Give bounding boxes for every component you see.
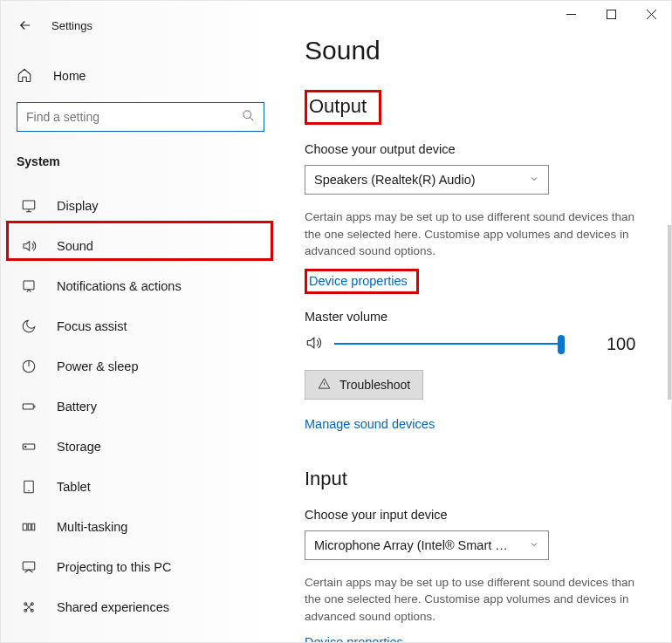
tablet-icon xyxy=(20,479,38,495)
svg-rect-13 xyxy=(607,10,615,18)
sidebar-item-multitasking[interactable]: Multi-tasking xyxy=(1,507,280,547)
search-input-wrap[interactable] xyxy=(17,102,264,132)
troubleshoot-button[interactable]: Troubleshoot xyxy=(305,370,423,400)
sidebar-item-tablet[interactable]: Tablet xyxy=(1,467,280,507)
sidebar-item-shared-experiences[interactable]: Shared experiences xyxy=(1,587,280,627)
sidebar-item-label: Projecting to this PC xyxy=(57,560,171,574)
master-volume-value: 100 xyxy=(607,334,635,354)
volume-icon[interactable] xyxy=(305,334,326,354)
input-device-dropdown[interactable]: Microphone Array (Intel® Smart So... xyxy=(305,530,549,560)
output-device-selected: Speakers (Realtek(R) Audio) xyxy=(314,173,476,187)
shared-experiences-icon xyxy=(20,599,38,615)
multitasking-icon xyxy=(20,519,38,535)
sidebar-item-label: Display xyxy=(57,199,99,213)
sidebar-item-label: Focus assist xyxy=(57,319,127,333)
annotation-device-props-highlight: Device properties xyxy=(305,269,419,294)
sidebar-item-projecting[interactable]: Projecting to this PC xyxy=(1,547,280,587)
input-note: Certain apps may be set up to use differ… xyxy=(305,574,647,626)
scrollbar[interactable] xyxy=(668,225,671,400)
master-volume-label: Master volume xyxy=(305,310,647,324)
svg-rect-4 xyxy=(23,404,33,409)
search-input[interactable] xyxy=(26,110,242,124)
sidebar-item-power-sleep[interactable]: Power & sleep xyxy=(1,346,280,386)
notifications-icon xyxy=(20,278,38,294)
input-choose-label: Choose your input device xyxy=(305,508,647,522)
sound-icon xyxy=(20,238,38,254)
battery-icon xyxy=(20,399,38,414)
warning-icon xyxy=(318,377,331,393)
svg-point-6 xyxy=(25,446,27,448)
output-choose-label: Choose your output device xyxy=(305,142,647,156)
minimize-button[interactable] xyxy=(551,1,591,27)
sidebar: Settings Home System Display xyxy=(1,1,280,642)
sidebar-item-storage[interactable]: Storage xyxy=(1,427,280,467)
input-device-properties-link[interactable]: Device properties xyxy=(305,635,403,642)
annotation-output-highlight: Output xyxy=(305,90,381,125)
chevron-down-icon xyxy=(529,538,539,552)
nav-list: Display Sound Notifications & actions Fo… xyxy=(1,186,280,627)
home-icon xyxy=(17,67,36,86)
output-heading: Output xyxy=(309,95,367,118)
svg-rect-2 xyxy=(24,281,34,290)
storage-icon xyxy=(20,439,38,455)
maximize-button[interactable] xyxy=(591,1,631,27)
sidebar-item-display[interactable]: Display xyxy=(1,186,280,226)
focus-assist-icon xyxy=(20,318,38,334)
svg-point-0 xyxy=(243,111,251,119)
sidebar-item-label: Battery xyxy=(57,400,97,414)
close-button[interactable] xyxy=(631,1,671,27)
section-label: System xyxy=(1,132,280,177)
master-volume-slider[interactable] xyxy=(334,335,561,352)
sidebar-item-notifications[interactable]: Notifications & actions xyxy=(1,266,280,306)
sidebar-item-sound[interactable]: Sound xyxy=(1,226,280,266)
sidebar-item-label: Tablet xyxy=(57,480,91,494)
home-button[interactable]: Home xyxy=(1,58,280,93)
output-note: Certain apps may be set up to use differ… xyxy=(305,209,647,260)
output-device-properties-link[interactable]: Device properties xyxy=(309,274,408,288)
search-icon xyxy=(242,109,255,125)
sidebar-item-label: Power & sleep xyxy=(57,359,139,373)
page-title: Sound xyxy=(305,36,647,65)
back-button[interactable] xyxy=(11,11,39,39)
projecting-icon xyxy=(20,559,38,575)
sidebar-item-label: Shared experiences xyxy=(57,600,169,614)
sidebar-item-battery[interactable]: Battery xyxy=(1,386,280,427)
svg-rect-1 xyxy=(23,201,35,209)
troubleshoot-label: Troubleshoot xyxy=(339,378,410,392)
sidebar-item-focus-assist[interactable]: Focus assist xyxy=(1,306,280,346)
home-label: Home xyxy=(53,69,86,83)
sidebar-item-label: Storage xyxy=(57,440,101,454)
sidebar-item-label: Notifications & actions xyxy=(57,279,182,293)
display-icon xyxy=(20,198,38,214)
window-controls xyxy=(551,1,671,27)
svg-rect-8 xyxy=(23,562,35,570)
sidebar-item-label: Sound xyxy=(57,239,93,253)
output-device-dropdown[interactable]: Speakers (Realtek(R) Audio) xyxy=(305,165,549,195)
input-device-selected: Microphone Array (Intel® Smart So... xyxy=(314,538,515,552)
power-sleep-icon xyxy=(20,359,38,374)
sidebar-item-label: Multi-tasking xyxy=(57,520,127,534)
chevron-down-icon xyxy=(529,173,539,187)
manage-sound-devices-link[interactable]: Manage sound devices xyxy=(305,417,435,431)
input-heading: Input xyxy=(305,468,647,490)
main-content: Sound Output Choose your output device S… xyxy=(280,1,671,642)
window-title: Settings xyxy=(51,19,93,32)
